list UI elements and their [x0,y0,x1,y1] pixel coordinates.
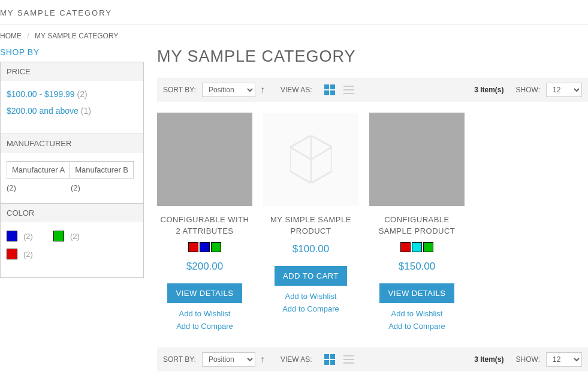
manufacturer-count: (2) [71,183,135,192]
color-count: (2) [70,232,80,241]
filter-color-title: COLOR [1,203,143,222]
sort-direction-icon-bottom[interactable]: ↑ [260,354,265,365]
sort-direction-icon[interactable]: ↑ [260,84,265,95]
placeholder-icon [290,135,332,183]
add-to-compare-link[interactable]: Add to Compare [263,304,358,313]
color-swatch [7,231,17,241]
product-name[interactable]: CONFIGURABLE SAMPLE PRODUCT [369,214,465,237]
show-label: SHOW: [516,86,540,94]
product-card: MY SIMPLE SAMPLE PRODUCT$100.00ADD TO CA… [263,113,358,331]
filter-manufacturer-title: MANUFACTURER [1,134,143,153]
product-swatch[interactable] [400,242,411,252]
swatch-row [369,242,465,255]
product-swatch[interactable] [423,242,433,252]
color-filter-item[interactable]: (2) [7,249,53,259]
view-list-icon[interactable] [343,86,354,94]
item-count: 3 Item(s) [474,86,503,94]
product-price: $150.00 [369,261,465,273]
manufacturer-option[interactable]: Manufacturer B [70,161,134,179]
show-select[interactable]: 12 [546,83,582,97]
price-filter-count: (2) [77,89,88,99]
show-select-bottom[interactable]: 12 [546,352,582,367]
filter-price-title: PRICE [1,62,143,81]
product-image[interactable] [369,113,465,206]
product-swatch[interactable] [211,242,221,252]
sort-by-label: SORT BY: [163,86,196,94]
price-filter-label: $200.00 and above [7,106,81,116]
category-title: MY SAMPLE CATEGORY [0,8,112,17]
product-swatch[interactable] [188,242,198,252]
product-card: CONFIGURABLE WITH 2 ATTRIBUTES$200.00VIE… [157,113,252,331]
shop-by-title: SHOP BY [0,47,144,57]
product-image[interactable] [263,113,358,206]
add-to-wishlist-link[interactable]: Add to Wishlist [369,309,465,318]
product-swatch[interactable] [412,242,422,252]
sort-by-select-bottom[interactable]: Position [202,352,255,367]
color-count: (2) [23,250,33,259]
product-links: Add to WishlistAdd to Compare [369,309,465,331]
product-links: Add to WishlistAdd to Compare [157,309,252,331]
product-price: $100.00 [263,243,358,255]
item-count-bottom: 3 Item(s) [474,355,503,364]
add-to-wishlist-link[interactable]: Add to Wishlist [157,309,252,318]
add-to-cart-button[interactable]: ADD TO CART [275,266,347,286]
toolbar-top: SORT BY: Position ↑ VIEW AS: 3 Item(s) S… [157,78,588,102]
breadcrumb-sep: / [27,32,29,40]
color-swatch [7,249,17,259]
product-price: $200.00 [157,261,252,273]
sort-by-select[interactable]: Position [202,83,255,97]
breadcrumb: HOME / MY SAMPLE CATEGORY [0,25,588,47]
price-filter-count: (1) [81,106,91,116]
breadcrumb-home[interactable]: HOME [0,32,22,40]
price-filter-link[interactable]: $200.00 and above (1) [7,106,137,116]
add-to-compare-link[interactable]: Add to Compare [369,322,465,331]
color-count: (2) [23,232,33,241]
price-filter-label: $100.00 - $199.99 [7,89,77,99]
view-details-button[interactable]: VIEW DETAILS [167,283,242,303]
view-details-button[interactable]: VIEW DETAILS [379,283,454,303]
layered-nav: PRICE $100.00 - $199.99 (2)$200.00 and a… [0,62,144,278]
page-title: MY SAMPLE CATEGORY [157,47,588,66]
product-name[interactable]: MY SIMPLE SAMPLE PRODUCT [263,214,358,237]
product-swatch[interactable] [200,242,210,252]
add-to-wishlist-link[interactable]: Add to Wishlist [263,292,358,301]
view-grid-icon-bottom[interactable] [324,354,335,365]
manufacturer-count: (2) [7,183,71,192]
color-swatch [53,231,64,241]
manufacturer-option[interactable]: Manufacturer A [7,161,70,179]
color-filter-item[interactable]: (2) [53,231,100,241]
sort-by-label-bottom: SORT BY: [163,355,196,364]
breadcrumb-current: MY SAMPLE CATEGORY [35,32,118,40]
product-card: CONFIGURABLE SAMPLE PRODUCT$150.00VIEW D… [369,113,465,331]
product-name[interactable]: CONFIGURABLE WITH 2 ATTRIBUTES [157,214,252,237]
color-filter-item[interactable]: (2) [7,231,53,241]
category-title-bar: MY SAMPLE CATEGORY [0,0,588,25]
view-as-label-bottom: VIEW AS: [281,355,312,364]
price-filter-link[interactable]: $100.00 - $199.99 (2) [7,89,137,99]
view-list-icon-bottom[interactable] [343,355,354,364]
toolbar-bottom: SORT BY: Position ↑ VIEW AS: 3 Item(s) S… [157,347,588,371]
add-to-compare-link[interactable]: Add to Compare [157,322,252,331]
product-links: Add to WishlistAdd to Compare [263,292,358,313]
show-label-bottom: SHOW: [516,355,540,364]
view-as-label: VIEW AS: [281,86,312,94]
view-grid-icon[interactable] [324,84,335,95]
product-image[interactable] [157,113,252,206]
swatch-row [157,242,252,255]
